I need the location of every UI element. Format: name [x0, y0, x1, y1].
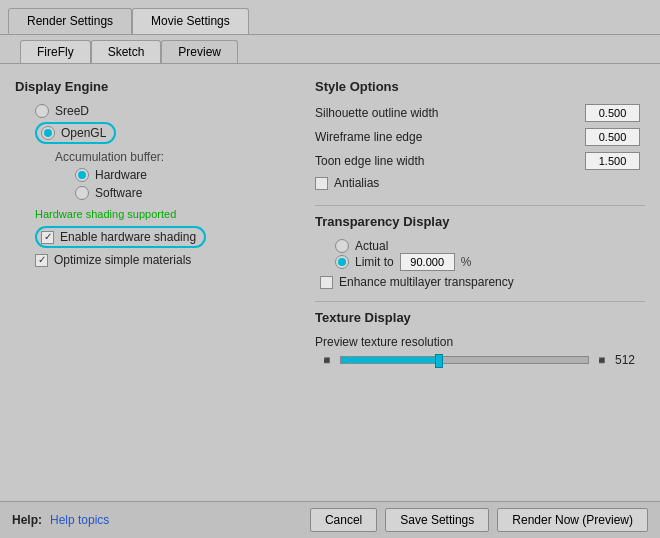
- texture-section: Texture Display Preview texture resoluti…: [315, 310, 645, 367]
- toon-label: Toon edge line width: [315, 154, 424, 168]
- enable-hardware-highlight-box[interactable]: Enable hardware shading: [35, 226, 206, 248]
- radio-actual-button[interactable]: [335, 239, 349, 253]
- transparency-radio-group: Actual: [315, 239, 645, 253]
- checkbox-enable-hardware[interactable]: [41, 231, 54, 244]
- render-now-button[interactable]: Render Now (Preview): [497, 508, 648, 532]
- toon-input[interactable]: [585, 152, 640, 170]
- antialias-checkbox[interactable]: [315, 177, 328, 190]
- radio-actual[interactable]: Actual: [335, 239, 645, 253]
- help-topics-link[interactable]: Help topics: [50, 513, 109, 527]
- texture-slider-row: ◾ ◾ 512: [315, 353, 645, 367]
- radio-sreed-button[interactable]: [35, 104, 49, 118]
- radio-item-hardware[interactable]: Hardware: [75, 168, 295, 182]
- silhouette-label: Silhouette outline width: [315, 106, 438, 120]
- optimize-label: Optimize simple materials: [54, 253, 191, 267]
- right-panel: Style Options Silhouette outline width W…: [315, 79, 645, 486]
- cancel-button[interactable]: Cancel: [310, 508, 377, 532]
- divider-2: [315, 301, 645, 302]
- checkbox-group: Enable hardware shading Optimize simple …: [15, 226, 295, 267]
- help-label: Help:: [12, 513, 42, 527]
- hardware-status-text: Hardware shading supported: [35, 208, 295, 220]
- wireframe-label: Wireframe line edge: [315, 130, 422, 144]
- style-options-title: Style Options: [315, 79, 645, 94]
- radio-opengl-button[interactable]: [41, 126, 55, 140]
- slider-min-icon: ◾: [320, 354, 334, 367]
- limit-input[interactable]: [400, 253, 455, 271]
- slider-max-icon: ◾: [595, 354, 609, 367]
- radio-hardware-label: Hardware: [95, 168, 147, 182]
- content-area: Display Engine SreeD OpenGL Accumulatio: [0, 63, 660, 501]
- radio-software-button[interactable]: [75, 186, 89, 200]
- display-engine-group: SreeD OpenGL: [15, 104, 295, 144]
- slider-thumb[interactable]: [435, 354, 443, 368]
- main-window: Render Settings Movie Settings FireFly S…: [0, 0, 660, 538]
- antialias-row: Antialias: [315, 176, 645, 190]
- top-tab-bar: Render Settings Movie Settings: [0, 0, 660, 34]
- radio-limit-button[interactable]: [335, 255, 349, 269]
- actual-label: Actual: [355, 239, 388, 253]
- wireframe-row: Wireframe line edge: [315, 128, 645, 146]
- enhance-checkbox[interactable]: [320, 276, 333, 289]
- texture-title: Texture Display: [315, 310, 645, 325]
- texture-slider-value: 512: [615, 353, 645, 367]
- accumulation-label: Accumulation buffer:: [55, 150, 295, 164]
- checkbox-optimize[interactable]: [35, 254, 48, 267]
- antialias-label: Antialias: [334, 176, 379, 190]
- opengl-highlight-box[interactable]: OpenGL: [35, 122, 116, 144]
- accumulation-section: Accumulation buffer: Hardware Software: [15, 150, 295, 200]
- transparency-section: Transparency Display Actual Limit to % E…: [315, 214, 645, 289]
- radio-sreed-label: SreeD: [55, 104, 89, 118]
- radio-software-label: Software: [95, 186, 142, 200]
- second-tab-bar: FireFly Sketch Preview: [0, 34, 660, 63]
- tab-firefly[interactable]: FireFly: [20, 40, 91, 63]
- checkbox-item-optimize[interactable]: Optimize simple materials: [35, 253, 295, 267]
- save-settings-button[interactable]: Save Settings: [385, 508, 489, 532]
- tab-preview[interactable]: Preview: [161, 40, 238, 63]
- silhouette-row: Silhouette outline width: [315, 104, 645, 122]
- tab-render-settings[interactable]: Render Settings: [8, 8, 132, 34]
- radio-item-sreed[interactable]: SreeD: [35, 104, 295, 118]
- radio-hardware-button[interactable]: [75, 168, 89, 182]
- toon-row: Toon edge line width: [315, 152, 645, 170]
- silhouette-input[interactable]: [585, 104, 640, 122]
- left-panel: Display Engine SreeD OpenGL Accumulatio: [15, 79, 295, 486]
- percent-label: %: [461, 255, 472, 269]
- enhance-row: Enhance multilayer transparency: [315, 275, 645, 289]
- accumulation-group: Hardware Software: [55, 168, 295, 200]
- preview-texture-label: Preview texture resolution: [315, 335, 645, 349]
- enable-hardware-label: Enable hardware shading: [60, 230, 196, 244]
- transparency-title: Transparency Display: [315, 214, 645, 229]
- style-options-section: Style Options Silhouette outline width W…: [315, 79, 645, 190]
- display-engine-title: Display Engine: [15, 79, 295, 94]
- texture-slider[interactable]: [340, 356, 589, 364]
- limit-label: Limit to: [355, 255, 394, 269]
- slider-fill: [341, 357, 440, 363]
- radio-item-opengl[interactable]: OpenGL: [35, 122, 295, 144]
- tab-sketch[interactable]: Sketch: [91, 40, 162, 63]
- tab-movie-settings[interactable]: Movie Settings: [132, 8, 249, 34]
- wireframe-input[interactable]: [585, 128, 640, 146]
- radio-opengl-label: OpenGL: [61, 126, 106, 140]
- radio-item-software[interactable]: Software: [75, 186, 295, 200]
- bottom-bar: Help: Help topics Cancel Save Settings R…: [0, 501, 660, 538]
- limit-row: Limit to %: [315, 253, 645, 271]
- divider-1: [315, 205, 645, 206]
- checkbox-item-enable-hardware[interactable]: Enable hardware shading: [35, 226, 295, 248]
- enhance-label: Enhance multilayer transparency: [339, 275, 514, 289]
